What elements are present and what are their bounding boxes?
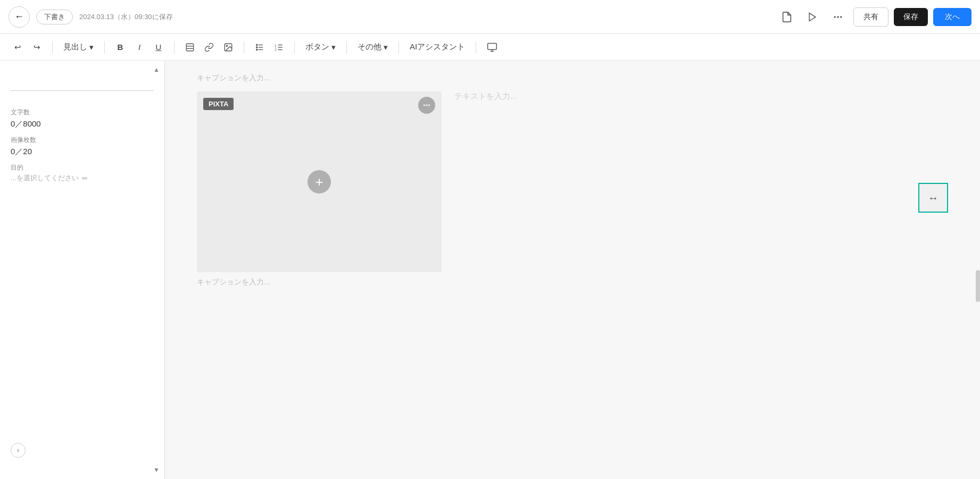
toolbar-ai-group: AIアシスタント <box>405 38 469 56</box>
toolbar-list-group: 1.2.3. <box>251 38 288 56</box>
other-button[interactable]: その他 ▾ <box>353 38 392 56</box>
toolbar-heading-group: 見出し ▾ <box>59 38 98 56</box>
sidebar: ▲ 文字数 0／8000 画像枚数 0／20 目的 ...を選択してください ✏… <box>0 61 165 479</box>
svg-point-25 <box>426 105 428 106</box>
svg-marker-0 <box>809 13 816 21</box>
sidebar-scroll-area: ▲ 文字数 0／8000 画像枚数 0／20 目的 ...を選択してください ✏… <box>0 61 164 479</box>
toolbar-preview-group <box>483 38 502 56</box>
share-button[interactable]: 共有 <box>853 7 888 27</box>
link-button[interactable] <box>200 38 218 56</box>
scroll-down-button[interactable]: ▼ <box>152 465 161 475</box>
scroll-up-button[interactable]: ▲ <box>152 65 161 74</box>
char-count-value: 0／8000 <box>11 119 154 129</box>
toolbar-format-group: B I U <box>111 38 168 56</box>
main-area: ▲ 文字数 0／8000 画像枚数 0／20 目的 ...を選択してください ✏… <box>0 61 980 479</box>
image-button[interactable] <box>219 38 237 56</box>
undo-button[interactable]: ↩ <box>9 38 27 56</box>
svg-point-24 <box>423 105 425 106</box>
svg-rect-21 <box>488 43 497 49</box>
svg-point-1 <box>834 16 836 18</box>
toolbar-sep-7 <box>398 41 399 54</box>
char-count-label: 文字数 <box>11 108 154 117</box>
save-button[interactable]: 保存 <box>894 8 928 26</box>
align-button[interactable] <box>181 38 199 56</box>
toolbar-media-group <box>181 38 237 56</box>
button-tool-button[interactable]: ボタン ▾ <box>301 38 340 56</box>
pixta-badge: PIXTA <box>203 98 234 110</box>
svg-point-12 <box>256 44 258 45</box>
next-button[interactable]: 次へ <box>933 8 971 26</box>
purpose-edit-icon[interactable]: ✏ <box>82 174 88 182</box>
toolbar: ↩ ↪ 見出し ▾ B I U 1.2.3. <box>0 34 980 61</box>
toolbar-sep-3 <box>174 41 175 54</box>
more-button[interactable] <box>828 7 848 27</box>
italic-button[interactable]: I <box>130 38 148 56</box>
svg-point-13 <box>256 46 258 47</box>
right-scroll-indicator <box>976 270 980 302</box>
sidebar-stats: 文字数 0／8000 画像枚数 0／20 目的 ...を選択してください ✏ <box>0 99 164 191</box>
image-count-label: 画像枚数 <box>11 136 154 145</box>
svg-point-14 <box>256 49 258 50</box>
two-column-layout: PIXTA + キャプションを入力... テキストを入力... <box>197 91 948 287</box>
svg-point-3 <box>840 16 842 18</box>
toolbar-button-group: ボタン ▾ <box>301 38 340 56</box>
svg-point-26 <box>428 105 430 106</box>
image-block: PIXTA + キャプションを入力... <box>197 91 442 287</box>
purpose-label: 目的 <box>11 163 154 172</box>
svg-point-8 <box>226 45 227 46</box>
header-right: 共有 保存 次へ <box>777 7 971 27</box>
toolbar-sep-4 <box>244 41 244 54</box>
svg-text:3.: 3. <box>275 48 277 51</box>
header-left: ← 下書き 2024.03.13（水）09:30に保存 <box>9 6 770 28</box>
bold-button[interactable]: B <box>111 38 129 56</box>
svg-point-2 <box>837 16 838 18</box>
heading-button[interactable]: 見出し ▾ <box>59 38 98 56</box>
image-caption-input[interactable]: キャプションを入力... <box>197 278 442 287</box>
back-button[interactable]: ← <box>9 6 30 28</box>
toolbar-sep-8 <box>476 41 476 54</box>
list-ordered-button[interactable]: 1.2.3. <box>270 38 288 56</box>
purpose-value: ...を選択してください ✏ <box>11 173 154 183</box>
sidebar-divider <box>11 90 154 91</box>
toolbar-sep-5 <box>294 41 295 54</box>
resize-icon: ↔ <box>928 192 939 204</box>
text-block[interactable]: テキストを入力... <box>454 91 948 145</box>
redo-button[interactable]: ↪ <box>28 38 46 56</box>
toolbar-sep-1 <box>52 41 53 54</box>
toolbar-sep-2 <box>104 41 105 54</box>
image-more-button[interactable] <box>418 97 435 114</box>
play-button[interactable] <box>802 7 823 27</box>
ai-assistant-button[interactable]: AIアシスタント <box>405 38 469 56</box>
svg-rect-4 <box>186 44 194 51</box>
toolbar-other-group: その他 ▾ <box>353 38 392 56</box>
draft-badge: 下書き <box>36 10 73 24</box>
content-area: キャプションを入力... PIXTA + キャプションを入力... テキストを入… <box>165 61 980 479</box>
text-placeholder[interactable]: テキストを入力... <box>454 91 948 102</box>
image-add-button[interactable]: + <box>308 170 331 194</box>
list-unordered-button[interactable] <box>251 38 269 56</box>
image-placeholder: PIXTA + <box>197 91 442 272</box>
caption-top-input[interactable]: キャプションを入力... <box>197 73 948 83</box>
underline-button[interactable]: U <box>150 38 168 56</box>
preview-button[interactable] <box>483 38 502 56</box>
document-icon-button[interactable] <box>777 7 797 27</box>
toolbar-history-group: ↩ ↪ <box>9 38 46 56</box>
sidebar-collapse-button[interactable]: ‹ <box>11 443 26 458</box>
image-count-value: 0／20 <box>11 147 154 157</box>
save-info: 2024.03.13（水）09:30に保存 <box>79 12 173 22</box>
resize-handle[interactable]: ↔ <box>918 183 948 213</box>
header: ← 下書き 2024.03.13（水）09:30に保存 共有 保存 次へ <box>0 0 980 34</box>
toolbar-sep-6 <box>346 41 347 54</box>
